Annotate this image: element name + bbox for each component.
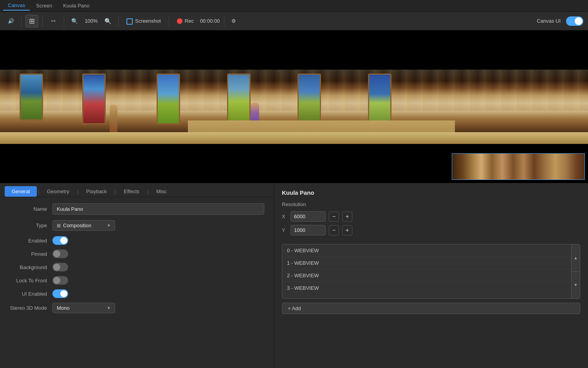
- toolbar-separator-1: [21, 16, 22, 27]
- enabled-toggle[interactable]: [52, 236, 68, 245]
- lock-to-front-row: Lock To Front: [9, 276, 264, 285]
- webview-list-container: 0 - WEBVIEW 1 - WEBVIEW 2 - WEBVIEW 3 - …: [282, 244, 580, 299]
- volume-icon: 🔊: [8, 18, 14, 24]
- webview-list: 0 - WEBVIEW 1 - WEBVIEW 2 - WEBVIEW 3 - …: [282, 244, 580, 298]
- webview-item-2[interactable]: 2 - WEBVIEW: [282, 269, 580, 282]
- toolbar-separator-5: [169, 16, 169, 27]
- settings-button[interactable]: ⚙: [228, 16, 239, 25]
- pinned-label: Pinned: [9, 251, 52, 257]
- toolbar-separator-3: [64, 16, 64, 27]
- type-select[interactable]: ⊞ Composition ▼: [52, 220, 115, 231]
- canvas-area: [0, 31, 588, 183]
- right-panel-title: Kuula Pano: [282, 189, 580, 196]
- resolution-y-input[interactable]: [290, 225, 326, 235]
- ui-enabled-row: UI Enabled: [9, 289, 264, 298]
- stereo-3d-row: Stereo 3D Mode Mono ▼: [9, 303, 264, 313]
- zoom-out-button[interactable]: 🔍: [68, 16, 81, 26]
- screenshot-icon: [126, 18, 133, 25]
- ui-enabled-label: UI Enabled: [9, 291, 52, 297]
- zoom-level: 100%: [83, 18, 99, 24]
- tab-general[interactable]: General: [5, 186, 37, 197]
- zoom-out-icon: 🔍: [71, 18, 78, 24]
- screenshot-label: Screenshot: [135, 18, 161, 24]
- x-axis-label: X: [282, 214, 287, 219]
- timer: 00:00:00: [200, 18, 220, 24]
- layout-button[interactable]: ⊞: [25, 15, 38, 27]
- zoom-in-icon: 🔍: [105, 18, 111, 24]
- x-decrement-button[interactable]: −: [329, 212, 339, 222]
- toolbar-separator-2: [42, 16, 43, 27]
- right-panel: Kuula Pano Resolution X − + Y − + 0 - WE…: [274, 183, 588, 368]
- thumbnail-area: [452, 153, 585, 180]
- tab-kuula-pano[interactable]: Kuula Pano: [58, 1, 94, 10]
- webview-item-3[interactable]: 3 - WEBVIEW: [282, 282, 580, 294]
- type-label: Type: [9, 223, 52, 228]
- volume-button[interactable]: 🔊: [5, 16, 17, 25]
- scroll-down-button[interactable]: ▼: [572, 272, 580, 299]
- enabled-label: Enabled: [9, 238, 52, 244]
- fit-button[interactable]: ↔: [47, 15, 60, 27]
- resolution-x-row: X − +: [282, 211, 580, 222]
- name-input[interactable]: [52, 203, 264, 215]
- name-label: Name: [9, 206, 52, 212]
- tab-bar: Canvas Screen Kuula Pano: [0, 0, 588, 12]
- left-panel: General | Geometry | Playback | Effects …: [0, 183, 274, 368]
- screenshot-button[interactable]: Screenshot: [123, 16, 165, 26]
- general-content: Name Type ⊞ Composition ▼ Enabled Pinned: [0, 197, 274, 368]
- webview-item-0[interactable]: 0 - WEBVIEW: [282, 244, 580, 257]
- ui-enabled-toggle[interactable]: [52, 289, 68, 298]
- stereo-3d-label: Stereo 3D Mode: [9, 305, 52, 311]
- resolution-x-input[interactable]: [290, 211, 326, 222]
- add-button[interactable]: + Add: [282, 303, 580, 314]
- toolbar-separator-6: [224, 16, 224, 27]
- background-label: Background: [9, 264, 52, 270]
- stereo-3d-select[interactable]: Mono ▼: [52, 303, 115, 313]
- fit-icon: ↔: [50, 17, 57, 25]
- tab-effects[interactable]: Effects: [117, 186, 146, 197]
- webview-item-1[interactable]: 1 - WEBVIEW: [282, 257, 580, 269]
- composition-icon: ⊞: [57, 223, 61, 228]
- stereo-3d-value: Mono: [57, 305, 105, 311]
- gear-icon: ⚙: [231, 18, 236, 24]
- scroll-up-button[interactable]: ▲: [572, 244, 580, 272]
- type-value: Composition: [63, 223, 105, 228]
- bottom-panel: General | Geometry | Playback | Effects …: [0, 183, 588, 368]
- zoom-in-button[interactable]: 🔍: [101, 16, 114, 26]
- thumbnail-image: [452, 154, 584, 180]
- rec-label: Rec: [185, 18, 194, 24]
- pinned-toggle[interactable]: [52, 250, 68, 258]
- canvas-ui-toggle[interactable]: [566, 16, 583, 26]
- pinned-row: Pinned: [9, 250, 264, 258]
- enabled-row: Enabled: [9, 236, 264, 245]
- y-decrement-button[interactable]: −: [329, 225, 339, 235]
- tab-geometry[interactable]: Geometry: [40, 186, 76, 197]
- stereo-chevron-icon: ▼: [107, 306, 111, 310]
- tab-playback[interactable]: Playback: [79, 186, 114, 197]
- x-increment-button[interactable]: +: [342, 212, 352, 222]
- rec-button[interactable]: Rec: [173, 16, 198, 25]
- resolution-label: Resolution: [282, 201, 580, 207]
- toolbar: 🔊 ⊞ ↔ 🔍 100% 🔍 Screenshot Rec 00:00:00 ⚙…: [0, 12, 588, 31]
- rec-icon: [177, 18, 182, 24]
- background-row: Background: [9, 263, 264, 271]
- type-row: Type ⊞ Composition ▼: [9, 220, 264, 231]
- toolbar-separator-4: [118, 16, 119, 27]
- panel-tabs: General | Geometry | Playback | Effects …: [0, 183, 274, 197]
- lock-to-front-label: Lock To Front: [9, 278, 52, 284]
- name-row: Name: [9, 203, 264, 215]
- canvas-ui-label: Canvas UI: [537, 18, 561, 24]
- tab-canvas[interactable]: Canvas: [3, 1, 30, 11]
- lock-to-front-toggle[interactable]: [52, 276, 68, 285]
- webview-scrollbar: ▲ ▼: [571, 244, 580, 298]
- chevron-down-icon: ▼: [107, 223, 111, 228]
- panorama-image: [0, 70, 588, 144]
- tab-screen[interactable]: Screen: [31, 1, 57, 10]
- resolution-section: Resolution X − + Y − +: [282, 201, 580, 239]
- y-axis-label: Y: [282, 227, 287, 233]
- layout-icon: ⊞: [29, 17, 35, 25]
- y-increment-button[interactable]: +: [342, 225, 352, 235]
- tab-misc[interactable]: Misc: [149, 186, 174, 197]
- background-toggle[interactable]: [52, 263, 68, 271]
- resolution-y-row: Y − +: [282, 225, 580, 235]
